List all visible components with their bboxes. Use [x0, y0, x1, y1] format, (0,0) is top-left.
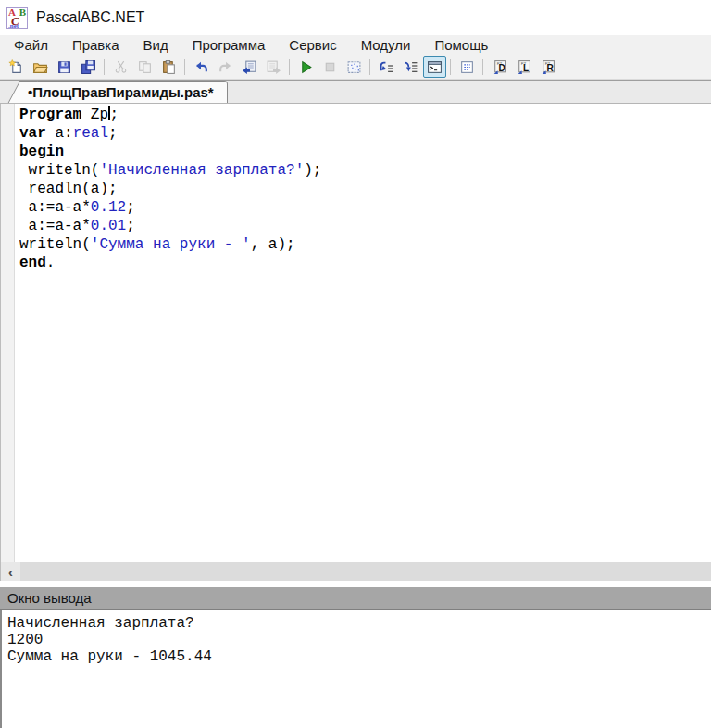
menu-item-modules[interactable]: Модули — [349, 35, 423, 56]
save-all-icon — [81, 59, 96, 75]
app-logo-icon: A B C .net — [6, 7, 28, 29]
code-line: writeln('Начисленная зарплата?'); — [19, 161, 711, 180]
document-tab-label: •ПлощПравПирамиды.pas* — [28, 84, 214, 100]
redo-icon — [218, 59, 233, 75]
toolbar-button-run[interactable] — [294, 56, 318, 78]
toolbar-button-stop — [318, 56, 342, 78]
code-token: 'Начисленная зарплата?' — [99, 162, 304, 179]
convert-d-icon: PTD — [492, 59, 507, 75]
toolbar-button-undo[interactable] — [190, 56, 213, 78]
code-line: end. — [19, 254, 711, 272]
code-token: writeln( — [19, 162, 99, 179]
title-bar: A B C .net PascalABC.NET — [0, 0, 711, 35]
menu-item-service[interactable]: Сервис — [277, 35, 348, 56]
code-token: ); — [304, 162, 321, 179]
toolbar-button-console-toggle[interactable] — [423, 56, 446, 78]
toolbar-button-goto-next — [262, 56, 285, 78]
menu-item-help[interactable]: Помощь — [422, 35, 500, 56]
code-token: end — [19, 255, 46, 271]
toolbar-button-goto-prev[interactable] — [238, 56, 261, 78]
toolbar-button-convert-l[interactable]: PTL — [512, 56, 535, 78]
logo-suffix-net: .net — [8, 22, 19, 30]
code-editor[interactable]: Program Zp;var a:real;begin writeln('Нач… — [0, 104, 711, 562]
output-panel-header: Окно вывода — [0, 587, 711, 610]
svg-text:D: D — [498, 63, 505, 73]
toolbar-button-convert-r[interactable]: PTR — [536, 56, 559, 78]
undo-icon — [193, 59, 209, 75]
editor-gutter — [1, 104, 15, 562]
copy-icon — [137, 59, 153, 75]
output-panel-icon — [459, 59, 475, 75]
code-token: ; — [126, 199, 135, 216]
code-token: 'Сумма на руки - ' — [91, 236, 251, 253]
code-line: readln(a); — [19, 180, 711, 198]
convert-l-icon: PTL — [516, 59, 531, 75]
step-over-icon — [379, 59, 394, 75]
output-line: Сумма на руки - 1045.44 — [7, 648, 705, 665]
code-area[interactable]: Program Zp;var a:real;begin writeln('Нач… — [15, 104, 711, 562]
toolbar-button-open-folder[interactable] — [29, 56, 52, 78]
output-content[interactable]: Начисленная зарплата?1200Сумма на руки -… — [0, 610, 711, 728]
code-token: . — [46, 255, 56, 271]
output-line: Начисленная зарплата? — [7, 615, 705, 632]
code-token: ; — [108, 125, 118, 142]
toolbar-button-step-into[interactable] — [399, 56, 422, 78]
code-token: var — [19, 125, 46, 142]
tab-strip: •ПлощПравПирамиды.pas* — [0, 80, 711, 104]
toolbar-button-save-all[interactable] — [77, 56, 100, 78]
save-icon — [56, 59, 72, 75]
menu-item-program[interactable]: Программа — [181, 35, 278, 56]
new-file-icon — [8, 59, 24, 75]
menu-item-edit[interactable]: Правка — [60, 35, 131, 56]
open-folder-icon — [32, 59, 48, 75]
code-token: ; — [110, 107, 119, 123]
output-line: 1200 — [7, 632, 705, 648]
goto-next-icon — [266, 59, 281, 75]
code-token: real — [73, 125, 108, 142]
console-toggle-icon — [427, 59, 443, 75]
code-token: a:=a-a* — [19, 199, 91, 216]
svg-text:R: R — [546, 63, 554, 73]
code-token: writeln( — [19, 236, 91, 253]
code-line: var a:real; — [19, 124, 711, 143]
stop-icon — [322, 59, 338, 75]
code-token: begin — [19, 144, 64, 160]
toolbar-button-step-over[interactable] — [375, 56, 398, 78]
code-token: 0.01 — [91, 218, 126, 234]
code-line: a:=a-a*0.01; — [19, 217, 711, 235]
code-line: Program Zp; — [19, 106, 711, 124]
menu-item-file[interactable]: Файл — [2, 35, 60, 56]
toolbar: PTDPTLPTR — [0, 56, 711, 80]
code-token: Program — [19, 107, 81, 123]
panel-divider — [0, 581, 711, 587]
document-tab[interactable]: •ПлощПравПирамиды.pas* — [22, 81, 228, 103]
code-token: a:=a-a* — [19, 218, 91, 234]
toolbar-separator — [450, 59, 451, 75]
toolbar-button-convert-d[interactable]: PTD — [488, 56, 511, 78]
scrollbar-track[interactable] — [20, 562, 711, 581]
toolbar-separator — [184, 59, 185, 75]
toolbar-button-form-designer[interactable] — [343, 56, 366, 78]
code-token: readln(a); — [19, 181, 118, 197]
toolbar-separator — [104, 59, 105, 75]
toolbar-button-copy — [133, 56, 156, 78]
window-title: PascalABC.NET — [36, 9, 144, 26]
code-line: a:=a-a*0.12; — [19, 198, 711, 217]
scrollbar-left-arrow[interactable]: ‹ — [1, 562, 20, 581]
toolbar-button-output-panel[interactable] — [455, 56, 479, 78]
svg-text:L: L — [522, 63, 528, 73]
toolbar-button-cut — [109, 56, 132, 78]
menu-item-view[interactable]: Вид — [131, 35, 181, 56]
code-token: a: — [46, 125, 73, 142]
chevron-left-icon: ‹ — [8, 565, 13, 579]
toolbar-button-paste[interactable] — [157, 56, 181, 78]
toolbar-button-new-file[interactable] — [5, 56, 28, 78]
toolbar-separator — [482, 59, 483, 75]
logo-letter-b: B — [19, 6, 26, 18]
horizontal-scrollbar[interactable]: ‹ — [0, 562, 711, 581]
form-designer-icon — [346, 59, 362, 75]
toolbar-button-save[interactable] — [53, 56, 76, 78]
convert-r-icon: PTR — [540, 59, 555, 75]
code-token: 0.12 — [91, 199, 126, 216]
run-icon — [298, 59, 314, 75]
